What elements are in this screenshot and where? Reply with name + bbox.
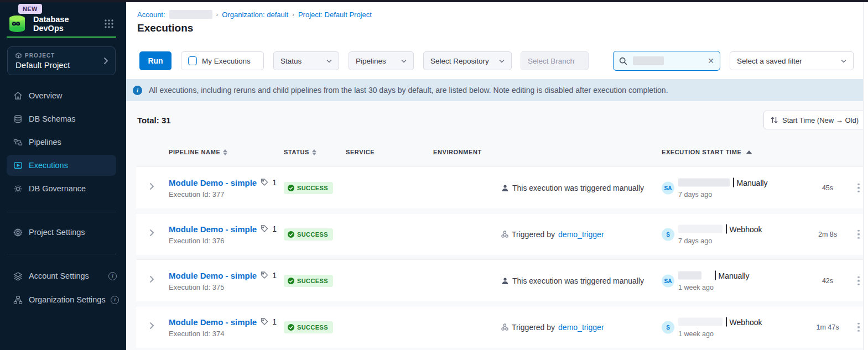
sidebar-item-organization-settings[interactable]: Organization Settings [0, 288, 126, 311]
sidebar-item-label: Account Settings [29, 271, 89, 280]
execution-row[interactable]: Module Demo - simple 1 Execution Id: 375… [136, 259, 863, 301]
execution-id: Execution Id: 376 [169, 236, 277, 244]
separator-bar [715, 271, 716, 280]
home-icon [13, 91, 23, 101]
trigger-type-label: Manually [719, 271, 750, 280]
sort-toggle-icon [223, 149, 227, 155]
sidebar-item-overview[interactable]: Overview [0, 84, 126, 107]
webhook-icon [501, 323, 508, 331]
sidebar-item-project-settings[interactable]: Project Settings [0, 221, 126, 244]
sidebar-item-executions[interactable]: Executions [0, 154, 126, 177]
search-box[interactable]: ✕ [613, 51, 720, 71]
project-selector[interactable]: PROJECT Default Project [7, 46, 116, 75]
column-header-status[interactable]: STATUS [284, 149, 316, 155]
trigger-prefix: Triggered by [512, 323, 555, 332]
tag-icon [261, 179, 268, 186]
sidebar-item-label: Project Settings [29, 228, 85, 237]
avatar: S [662, 321, 674, 333]
trigger-type-label: Webhook [730, 224, 762, 233]
check-circle-icon [288, 324, 294, 331]
chevron-right-icon [103, 57, 108, 65]
sidebar-item-label: Overview [29, 91, 62, 100]
scrollbar-gutter[interactable] [863, 2, 868, 350]
sidebar-item-pipelines[interactable]: Pipelines [0, 130, 126, 154]
search-input[interactable] [614, 51, 720, 70]
chevron-down-icon [326, 59, 332, 63]
execution-id: Execution Id: 377 [169, 190, 277, 198]
expand-chevron-icon[interactable] [149, 275, 154, 283]
trigger-link[interactable]: demo_trigger [558, 230, 604, 239]
status-filter-dropdown[interactable]: Status [273, 51, 339, 70]
column-header-execution-start-time[interactable]: EXECUTION START TIME [662, 149, 752, 155]
tag-icon [261, 318, 268, 326]
chevron-right-icon: › [292, 11, 294, 18]
executions-table-body: Module Demo - simple 1 Execution Id: 377… [136, 166, 863, 350]
sidebar: NEW Database DevOps PROJECT Default [0, 0, 126, 350]
execution-id: Execution Id: 375 [169, 283, 277, 291]
sort-arrows-icon [771, 116, 778, 124]
sort-ascending-icon [746, 150, 752, 154]
info-icon [111, 296, 119, 304]
table-header: PIPELINE NAME STATUS SERVICE ENVIRONMENT… [126, 149, 863, 162]
pipeline-name-link[interactable]: Module Demo - simple [169, 177, 257, 187]
expand-chevron-icon[interactable] [149, 182, 154, 190]
pipelines-filter-dropdown[interactable]: Pipelines [349, 51, 414, 70]
sidebar-item-label: DB Governance [29, 184, 86, 193]
redacted-user-name [678, 179, 730, 187]
saved-filter-dropdown[interactable]: Select a saved filter [730, 51, 854, 70]
person-icon [501, 277, 509, 285]
main-content: Account: › Organization: default › Proje… [126, 2, 863, 350]
org-chart-icon [13, 295, 23, 305]
page-title: Executions [137, 22, 193, 34]
repository-filter-dropdown[interactable]: Select Repository [423, 51, 512, 70]
row-menu-icon[interactable] [855, 227, 862, 241]
row-menu-icon[interactable] [855, 320, 862, 334]
sidebar-item-label: Organization Settings [29, 295, 106, 304]
check-circle-icon [288, 185, 294, 191]
tag-count: 1 [272, 224, 277, 233]
sidebar-item-db-governance[interactable]: DB Governance [0, 177, 126, 200]
run-button[interactable]: Run [139, 51, 171, 70]
sidebar-item-account-settings[interactable]: Account Settings [0, 264, 126, 288]
chevron-down-icon [841, 59, 846, 63]
app-title: Database DevOps [33, 15, 97, 33]
breadcrumb-project[interactable]: Project: Default Project [298, 11, 372, 19]
breadcrumb-account[interactable]: Account: [137, 11, 165, 19]
column-header-pipeline-name[interactable]: PIPELINE NAME [169, 149, 227, 155]
project-name: Default Project [15, 60, 103, 70]
expand-chevron-icon[interactable] [149, 229, 154, 237]
execution-row[interactable]: Module Demo - simple 1 Execution Id: 376… [136, 213, 863, 255]
trigger-info: This execution was triggered manually [501, 276, 644, 285]
row-menu-icon[interactable] [855, 181, 862, 195]
expand-chevron-icon[interactable] [149, 322, 154, 330]
database-devops-logo-icon [8, 14, 27, 33]
breadcrumb: Account: › Organization: default › Proje… [137, 10, 372, 19]
redacted-user-name [678, 271, 701, 280]
redacted-user-name [678, 225, 723, 233]
gear-icon [13, 228, 23, 237]
row-menu-icon[interactable] [855, 274, 862, 288]
module-grid-icon[interactable] [104, 19, 114, 29]
trigger-prefix: Triggered by [512, 230, 555, 239]
trigger-link[interactable]: demo_trigger [558, 323, 604, 332]
check-circle-icon [288, 231, 294, 238]
webhook-icon [501, 231, 508, 238]
database-icon [13, 114, 23, 124]
sidebar-item-db-schemas[interactable]: DB Schemas [0, 107, 126, 130]
avatar: S [662, 228, 674, 241]
sort-order-button[interactable]: Start Time (New → Old) [763, 111, 867, 129]
execution-row[interactable]: Module Demo - simple 1 Execution Id: 377… [136, 166, 863, 208]
execution-row[interactable]: Module Demo - simple 1 Execution Id: 374… [136, 306, 863, 348]
pipeline-name-link[interactable]: Module Demo - simple [169, 224, 257, 233]
info-banner-text: All executions, including reruns and chi… [149, 86, 668, 95]
new-badge: NEW [18, 4, 42, 14]
pipeline-name-link[interactable]: Module Demo - simple [169, 270, 257, 280]
breadcrumb-organization[interactable]: Organization: default [222, 11, 288, 19]
my-executions-checkbox[interactable]: My Executions [181, 51, 264, 70]
branch-filter-dropdown: Select Branch [521, 51, 589, 70]
brand-underline [7, 36, 116, 38]
pipeline-name-link[interactable]: Module Demo - simple [169, 317, 257, 326]
clear-search-icon[interactable]: ✕ [708, 56, 714, 65]
separator-bar [726, 224, 727, 234]
checkbox-icon[interactable] [188, 56, 197, 65]
